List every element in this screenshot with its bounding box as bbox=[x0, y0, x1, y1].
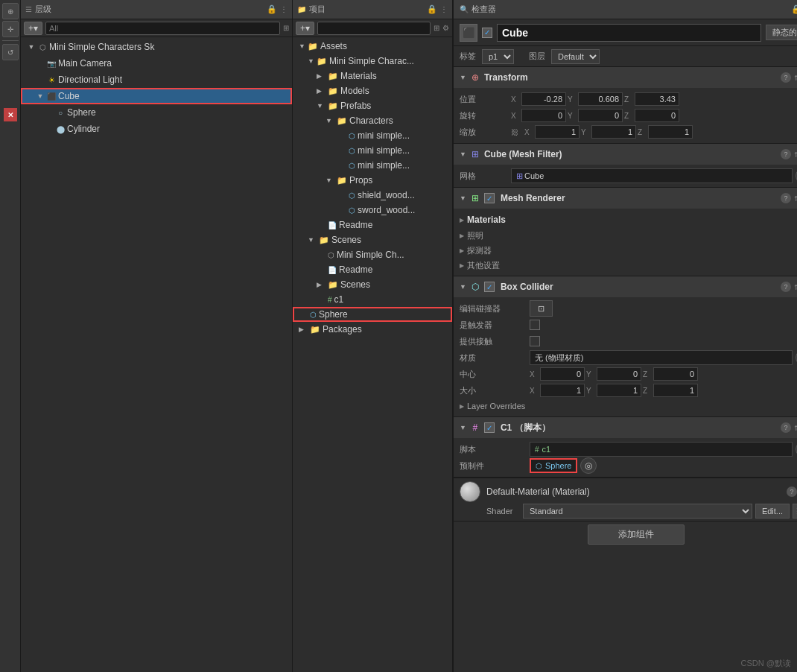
materials-arrow[interactable]: ▶ bbox=[460, 217, 464, 224]
add-component-btn[interactable]: 添加组件 bbox=[588, 524, 685, 545]
project-item-shield[interactable]: ⬡ shield_wood... bbox=[293, 188, 452, 203]
project-item-mini3[interactable]: ⬡ mini simple... bbox=[293, 158, 452, 173]
project-menu[interactable]: ⋮ bbox=[440, 5, 448, 13]
c1-active-checkbox[interactable]: ✓ bbox=[484, 422, 495, 433]
project-item-miniscene[interactable]: ⬡ Mini Simple Ch... bbox=[293, 247, 452, 262]
assets-arrow[interactable]: ▼ bbox=[299, 42, 305, 50]
probes-arrow[interactable]: ▶ bbox=[460, 247, 464, 254]
packages-arrow[interactable]: ▶ bbox=[299, 326, 308, 333]
project-item-prefabs[interactable]: ▼ 📁 Prefabs bbox=[293, 98, 452, 113]
project-add-btn[interactable]: +▾ bbox=[296, 22, 314, 35]
layer-select[interactable]: Default bbox=[551, 49, 600, 64]
renderer-active-checkbox[interactable]: ✓ bbox=[484, 193, 495, 203]
shader-list-btn[interactable]: ☰▾ bbox=[793, 504, 797, 519]
collider-active-checkbox[interactable]: ✓ bbox=[484, 282, 495, 292]
hierarchy-menu[interactable]: ⋮ bbox=[280, 5, 288, 13]
hierarchy-item-scene[interactable]: ▼ ⬡ Mini Simple Characters Sk bbox=[21, 39, 292, 55]
rot-z-input[interactable] bbox=[635, 109, 679, 122]
collider-help[interactable]: ? bbox=[781, 282, 791, 292]
project-item-mini2[interactable]: ⬡ mini simple... bbox=[293, 143, 452, 158]
project-item-c1[interactable]: # c1 bbox=[293, 292, 452, 307]
rot-x-input[interactable] bbox=[521, 109, 566, 122]
scale-x-input[interactable] bbox=[535, 125, 580, 139]
mesh-filter-header[interactable]: ▼ ⊞ Cube (Mesh Filter) ? ⇅ ⋮ bbox=[454, 144, 797, 165]
hierarchy-search-input[interactable] bbox=[45, 22, 280, 35]
transform-tool[interactable]: ⊕ bbox=[2, 3, 19, 19]
pos-z-input[interactable] bbox=[635, 92, 679, 106]
project-item-materials[interactable]: ▶ 📁 Materials bbox=[293, 69, 452, 83]
layer-overrides-section[interactable]: ▶ Layer Overrides bbox=[460, 399, 797, 413]
c1-help[interactable]: ? bbox=[781, 422, 791, 433]
project-settings-icon[interactable]: ⚙ bbox=[442, 24, 449, 32]
materials-section[interactable]: ▶ Materials 1 bbox=[460, 212, 797, 228]
renderer-collapse-arrow[interactable]: ▼ bbox=[460, 194, 466, 202]
props-arrow[interactable]: ▼ bbox=[326, 177, 334, 184]
prefabs-arrow[interactable]: ▼ bbox=[317, 102, 326, 110]
meshfilter-arrows[interactable]: ⇅ bbox=[794, 150, 797, 159]
transform-header[interactable]: ▼ ⊕ Transform ? ⇅ ⋮ bbox=[454, 67, 797, 88]
project-item-scenes[interactable]: ▼ 📁 Scenes bbox=[293, 232, 452, 247]
collider-arrows[interactable]: ⇅ bbox=[794, 283, 797, 291]
renderer-arrows[interactable]: ⇅ bbox=[794, 194, 797, 203]
hierarchy-lock[interactable]: 🔒 bbox=[267, 4, 277, 14]
lighting-arrow[interactable]: ▶ bbox=[460, 232, 464, 239]
edit-collider-btn[interactable]: ⊡ bbox=[530, 300, 553, 317]
center-z-input[interactable] bbox=[653, 367, 698, 381]
c1-collapse-arrow[interactable]: ▼ bbox=[460, 424, 466, 431]
size-y-input[interactable] bbox=[597, 384, 641, 397]
probes-section[interactable]: ▶ 探测器 bbox=[460, 243, 797, 258]
rot-y-input[interactable] bbox=[578, 109, 623, 122]
project-item-minichars[interactable]: ▼ 📁 Mini Simple Charac... bbox=[293, 54, 452, 69]
project-item-readme1[interactable]: 📄 Readme bbox=[293, 218, 452, 232]
other-arrow[interactable]: ▶ bbox=[460, 262, 464, 269]
project-item-scenesf[interactable]: ▶ 📁 Scenes bbox=[293, 277, 452, 292]
models-arrow[interactable]: ▶ bbox=[317, 87, 326, 95]
collider-collapse-arrow[interactable]: ▼ bbox=[460, 283, 466, 291]
pos-y-input[interactable] bbox=[578, 92, 623, 106]
center-x-input[interactable] bbox=[540, 367, 585, 381]
hierarchy-item-maincamera[interactable]: 📷 Main Camera bbox=[21, 55, 292, 72]
size-x-input[interactable] bbox=[540, 384, 585, 397]
pos-x-input[interactable] bbox=[521, 92, 566, 106]
project-item-sword[interactable]: ⬡ sword_wood... bbox=[293, 203, 452, 218]
project-item-mini1[interactable]: ⬡ mini simple... bbox=[293, 128, 452, 143]
transform-help[interactable]: ? bbox=[781, 72, 791, 83]
inspector-lock[interactable]: 🔒 bbox=[791, 4, 797, 14]
scenes-arrow[interactable]: ▼ bbox=[308, 236, 317, 244]
renderer-help[interactable]: ? bbox=[781, 193, 791, 203]
project-item-characters[interactable]: ▼ 📁 Characters bbox=[293, 113, 452, 128]
box-collider-header[interactable]: ▼ ⬡ ✓ Box Collider ? ⇅ ⋮ bbox=[454, 276, 797, 297]
hierarchy-item-cube[interactable]: ▼ ⬛ Cube bbox=[21, 88, 292, 104]
center-y-input[interactable] bbox=[597, 367, 641, 381]
hierarchy-filter-icon[interactable]: ⊞ bbox=[283, 24, 289, 32]
move-tool[interactable]: ✛ bbox=[2, 21, 19, 37]
static-button[interactable]: 静态的 bbox=[766, 25, 797, 40]
transform-collapse-arrow[interactable]: ▼ bbox=[460, 74, 466, 81]
size-z-input[interactable] bbox=[653, 384, 698, 397]
hierarchy-item-dirlight[interactable]: ☀ Directional Light bbox=[21, 72, 292, 88]
scene-arrow[interactable]: ▼ bbox=[27, 42, 36, 51]
characters-arrow[interactable]: ▼ bbox=[326, 117, 334, 124]
transform-arrows[interactable]: ⇅ bbox=[794, 74, 797, 82]
scale-z-input[interactable] bbox=[648, 125, 693, 139]
cube-arrow[interactable]: ▼ bbox=[36, 92, 45, 101]
lighting-section[interactable]: ▶ 照明 bbox=[460, 228, 797, 243]
tag-select[interactable]: p1 bbox=[482, 49, 514, 64]
project-item-models[interactable]: ▶ 📁 Models bbox=[293, 83, 452, 98]
minichars-arrow[interactable]: ▼ bbox=[308, 57, 314, 65]
hierarchy-add-btn[interactable]: +▾ bbox=[24, 22, 42, 35]
c1-header[interactable]: ▼ # ✓ C1 （脚本） ? ⇅ ⋮ bbox=[454, 417, 797, 438]
hierarchy-item-cylinder[interactable]: ⬤ Cylinder bbox=[21, 121, 292, 137]
c1-arrows[interactable]: ⇅ bbox=[794, 424, 797, 432]
scenesf-arrow[interactable]: ▶ bbox=[317, 281, 326, 288]
project-lock[interactable]: 🔒 bbox=[427, 4, 437, 14]
object-name-input[interactable] bbox=[497, 24, 761, 42]
project-filter-icon[interactable]: ⊞ bbox=[434, 24, 439, 32]
scale-y-input[interactable] bbox=[591, 125, 636, 139]
mesh-renderer-header[interactable]: ▼ ⊞ ✓ Mesh Renderer ? ⇅ ⋮ bbox=[454, 188, 797, 209]
shader-edit-btn[interactable]: Edit... bbox=[755, 504, 790, 519]
shader-select[interactable]: Standard bbox=[523, 504, 752, 519]
layer-overrides-arrow[interactable]: ▶ bbox=[460, 403, 464, 410]
rotate-tool[interactable]: ↺ bbox=[2, 44, 19, 60]
trigger-checkbox[interactable] bbox=[530, 320, 540, 330]
